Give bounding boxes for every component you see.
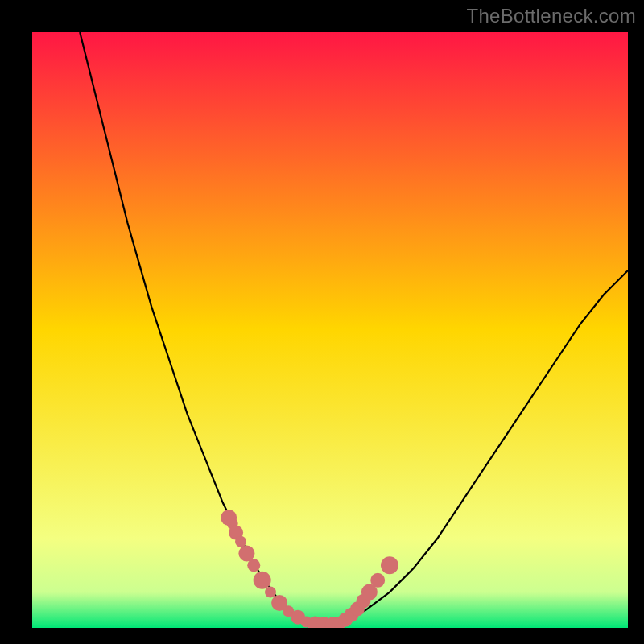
marker-point: [265, 587, 276, 598]
marker-point: [254, 572, 271, 589]
chart-svg: [32, 32, 628, 628]
marker-point: [238, 546, 254, 562]
credit-label: TheBottleneck.com: [466, 5, 636, 27]
marker-point: [247, 559, 260, 572]
chart-frame: TheBottleneck.com: [0, 0, 644, 644]
plot-area: [32, 32, 628, 628]
gradient-background: [32, 32, 628, 628]
marker-point: [381, 556, 398, 574]
marker-point: [235, 536, 246, 547]
marker-point: [370, 573, 385, 588]
